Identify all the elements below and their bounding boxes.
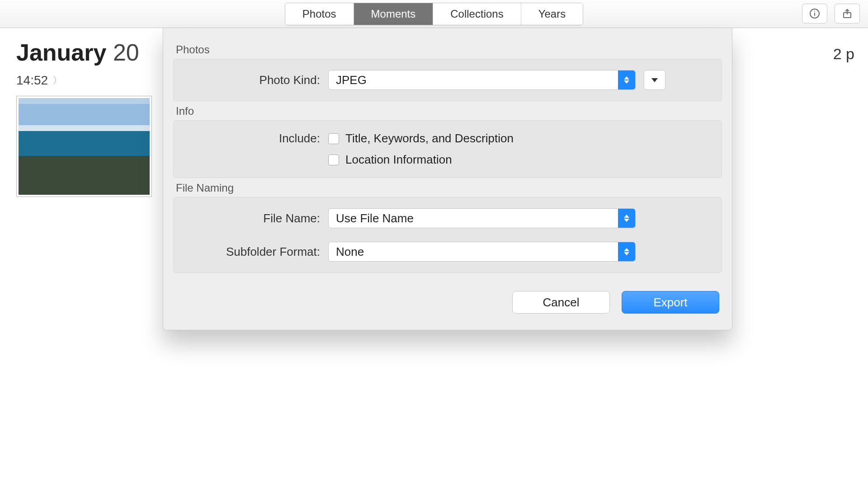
info-icon (809, 8, 820, 19)
tab-collections[interactable]: Collections (433, 3, 521, 25)
info-button[interactable] (802, 4, 827, 23)
photo-count-label: 2 p (833, 45, 854, 63)
include-location-checkbox[interactable] (328, 155, 339, 165)
photo-kind-label: Photo Kind: (184, 73, 320, 87)
svg-point-2 (814, 11, 815, 12)
stepper-icon (618, 209, 635, 228)
toolbar-right-group (802, 4, 860, 23)
stepper-icon (618, 242, 635, 261)
group-file-naming: File Name: Use File Name Subfolder Forma… (173, 197, 722, 273)
tab-photos[interactable]: Photos (285, 3, 354, 25)
file-name-label: File Name: (184, 211, 320, 225)
file-name-select[interactable]: Use File Name (328, 208, 636, 228)
section-label-file-naming: File Naming (176, 182, 722, 194)
export-dialog: Photos Photo Kind: JPEG Info Include: Ti… (163, 28, 732, 330)
subfolder-format-label: Subfolder Format: (184, 245, 320, 259)
chevron-right-icon: 〉 (52, 74, 62, 87)
share-button[interactable] (835, 4, 860, 23)
top-toolbar: Photos Moments Collections Years (0, 0, 868, 28)
moment-time: 14:52 (16, 73, 48, 88)
section-label-photos: Photos (176, 43, 722, 56)
tab-moments[interactable]: Moments (354, 3, 434, 25)
export-button[interactable]: Export (622, 291, 719, 314)
include-title-checkbox[interactable] (328, 133, 339, 144)
cancel-button[interactable]: Cancel (512, 291, 610, 314)
include-title-checkbox-row: Title, Keywords, and Description (328, 131, 514, 145)
month-name: January (16, 39, 106, 66)
photo-kind-value: JPEG (329, 73, 618, 87)
group-info: Include: Title, Keywords, and Descriptio… (173, 120, 722, 178)
include-title-label: Title, Keywords, and Description (345, 131, 514, 145)
include-location-label: Location Information (345, 153, 452, 167)
file-name-value: Use File Name (329, 211, 618, 225)
dialog-button-row: Cancel Export (173, 291, 722, 314)
year-partial: 20 (113, 39, 139, 66)
view-segmented-control: Photos Moments Collections Years (285, 3, 583, 25)
section-label-info: Info (176, 105, 722, 117)
subfolder-format-select[interactable]: None (328, 242, 636, 262)
subfolder-format-value: None (329, 245, 618, 259)
share-icon (842, 8, 853, 19)
group-photos: Photo Kind: JPEG (173, 59, 722, 101)
tab-years[interactable]: Years (521, 3, 583, 25)
photo-thumbnail[interactable] (16, 96, 152, 197)
include-label: Include: (184, 131, 320, 145)
stepper-icon (618, 70, 635, 89)
photo-kind-select[interactable]: JPEG (328, 70, 636, 90)
expand-options-button[interactable] (644, 70, 665, 90)
photo-image (19, 98, 150, 195)
include-location-checkbox-row: Location Information (328, 153, 452, 167)
